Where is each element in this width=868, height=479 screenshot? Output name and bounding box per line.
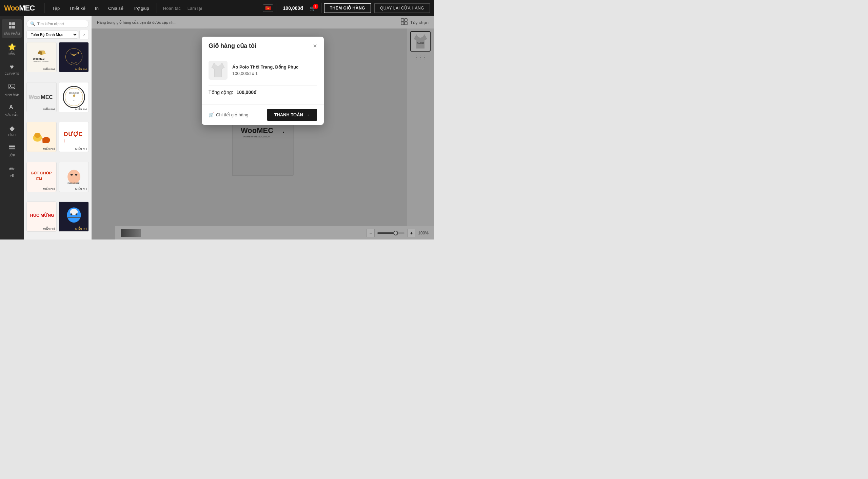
cart-detail-label: Chi tiết giỏ hàng (216, 112, 249, 117)
sidebar-item-vanban[interactable]: A VĂN BẢN (2, 100, 22, 119)
category-select[interactable]: Toàn Bộ Danh Mục (26, 31, 78, 39)
back-to-store-button[interactable]: QUAY LẠI CỬA HÀNG (374, 3, 430, 13)
nav-design[interactable]: Thiết kế (64, 0, 90, 16)
clipart-item[interactable]: COLOMBUS ⚜ FC MIỄN PHÍ (59, 82, 89, 112)
template-icon: ⭐ (8, 43, 16, 51)
svg-text:HOMEWARE SOLUTION: HOMEWARE SOLUTION (33, 61, 48, 62)
image-icon (8, 83, 16, 92)
search-icon: 🔍 (30, 21, 35, 26)
svg-rect-3 (12, 26, 15, 28)
text-icon: A (8, 103, 16, 112)
shape-icon: ◆ (9, 124, 15, 132)
svg-rect-7 (9, 146, 15, 147)
price-display: 100,000đ (279, 5, 307, 11)
clipart-item[interactable]: MIỄN PHÍ (59, 202, 89, 232)
draw-icon: ✏ (9, 165, 15, 173)
sidebar-item-cliparts[interactable]: ♥ CLIPARTS (2, 60, 22, 79)
sidebar-label-lop: LỚP (8, 154, 15, 157)
modal-close-button[interactable]: × (313, 42, 317, 49)
sidebar-label-hinh: HÌNH (8, 133, 16, 137)
svg-point-41 (75, 214, 77, 216)
clipart-badge: MIỄN PHÍ (43, 188, 55, 191)
clipart-image: COLOMBUS ⚜ FC (59, 82, 88, 112)
checkout-button[interactable]: THANH TOÁN → (267, 109, 317, 121)
svg-text:FC: FC (73, 100, 75, 101)
clipart-image: Woo MEC (27, 82, 56, 112)
category-arrow[interactable]: › (79, 30, 89, 39)
svg-rect-8 (9, 148, 15, 149)
main-layout: SẢN PHẨM ⭐ MẪU ♥ CLIPARTS HÌNH ẢNH A VĂN… (0, 16, 434, 240)
clipart-item[interactable]: MIỄN PHÍ (59, 42, 89, 72)
svg-text:|: | (64, 139, 64, 142)
search-area: 🔍 (24, 16, 92, 30)
svg-point-16 (77, 52, 79, 54)
svg-text:MEC: MEC (41, 94, 53, 100)
sidebar-label-cliparts: CLIPARTS (4, 72, 19, 75)
clipart-badge: MIỄN PHÍ (75, 188, 87, 191)
category-row: Toàn Bộ Danh Mục › (24, 30, 92, 42)
checkout-arrow-icon: → (306, 112, 310, 117)
language-flag[interactable]: 🇻🇳 (263, 4, 273, 12)
clipart-item[interactable]: WooMEC HOMEWARE SOLUTION MIỄN PHÍ (26, 42, 57, 72)
clipart-panel: 🔍 Toàn Bộ Danh Mục › WooMEC HOMEWARE S (24, 16, 92, 240)
svg-text:WooMEC: WooMEC (33, 57, 44, 60)
modal-header: Giỏ hàng của tôi × (202, 37, 324, 55)
redo-button[interactable]: Làm lại (184, 6, 205, 11)
clipart-image: WooMEC HOMEWARE SOLUTION (27, 42, 56, 72)
svg-point-32 (67, 170, 80, 184)
cart-item-price: 100,000đ x 1 (232, 71, 317, 76)
svg-text:EM: EM (36, 176, 42, 180)
product-icon (8, 22, 16, 31)
sidebar-item-hinh[interactable]: ◆ HÌNH (2, 121, 22, 140)
clipart-item[interactable]: Woo MEC MIỄN PHÍ (26, 82, 57, 112)
svg-text:A: A (9, 104, 13, 110)
cart-badge: 1 (313, 4, 318, 9)
search-box: 🔍 (26, 20, 89, 28)
clipart-item[interactable]: MIỄN PHÍ (26, 122, 57, 152)
sidebar-label-vanban: VĂN BẢN (5, 113, 19, 117)
svg-point-40 (70, 214, 72, 216)
svg-text:GÚT CHÓP: GÚT CHÓP (31, 171, 52, 175)
modal-body: Áo Polo Thời Trang, Đồng Phục 100,000đ x… (202, 55, 324, 104)
clipart-image: PIGGYCHEF (59, 162, 88, 192)
clipart-image: GÚT CHÓP EM (27, 162, 56, 192)
clipart-grid: WooMEC HOMEWARE SOLUTION MIỄN PHÍ MIỄN P… (24, 42, 92, 240)
sidebar-item-lop[interactable]: LỚP (2, 141, 22, 160)
clipart-badge: MIỄN PHÍ (75, 68, 87, 71)
search-input[interactable] (37, 22, 85, 26)
cart-icon-small: 🛒 (209, 112, 214, 117)
cart-item: Áo Polo Thời Trang, Đồng Phục 100,000đ x… (209, 61, 317, 80)
logo[interactable]: WooMEC (4, 4, 35, 13)
cart-button[interactable]: 🛒 1 (307, 4, 318, 12)
nav-share[interactable]: Chia sẻ (103, 0, 128, 16)
clipart-item[interactable]: ĐƯỢC | MIỄN PHÍ (59, 122, 89, 152)
sidebar-label-mau: MẪU (8, 52, 15, 55)
svg-text:Woo: Woo (28, 94, 40, 100)
nav-divider3 (276, 3, 276, 13)
total-label: Tổng cộng: (209, 90, 233, 95)
svg-text:HÚC MỪNG: HÚC MỪNG (30, 212, 54, 218)
undo-button[interactable]: Hoàn tác (160, 6, 184, 11)
clipart-badge: MIỄN PHÍ (43, 148, 55, 151)
clipart-image (59, 42, 88, 72)
sidebar-item-sanpham[interactable]: SẢN PHẨM (2, 19, 22, 38)
clipart-item[interactable]: GÚT CHÓP EM MIỄN PHÍ (26, 162, 57, 192)
sidebar-item-hinhanh[interactable]: HÌNH ẢNH (2, 80, 22, 99)
svg-point-34 (75, 174, 77, 176)
sidebar-label-sanpham: SẢN PHẨM (4, 32, 20, 35)
nav-file[interactable]: Tệp (47, 0, 64, 16)
clipart-item[interactable]: HÚC MỪNG MIỄN PHÍ (26, 202, 57, 232)
nav-print[interactable]: In (90, 0, 103, 16)
cart-item-info: Áo Polo Thời Trang, Đồng Phục 100,000đ x… (232, 64, 317, 76)
cart-detail-button[interactable]: 🛒 Chi tiết giỏ hàng (209, 112, 249, 117)
clipart-item[interactable]: PIGGYCHEF MIỄN PHÍ (59, 162, 89, 192)
cart-total-row: Tổng cộng: 100,000đ (209, 85, 317, 99)
nav-help[interactable]: Trợ giúp (128, 0, 154, 16)
sidebar-item-mau[interactable]: ⭐ MẪU (2, 39, 22, 58)
svg-rect-9 (9, 150, 15, 150)
sidebar-item-ve[interactable]: ✏ VẼ (2, 161, 22, 180)
modal-footer: 🛒 Chi tiết giỏ hàng THANH TOÁN → (202, 104, 324, 125)
checkout-label: THANH TOÁN (274, 112, 303, 117)
add-to-cart-button[interactable]: THÊM GIỎ HÀNG (324, 3, 371, 13)
svg-point-33 (70, 174, 73, 176)
